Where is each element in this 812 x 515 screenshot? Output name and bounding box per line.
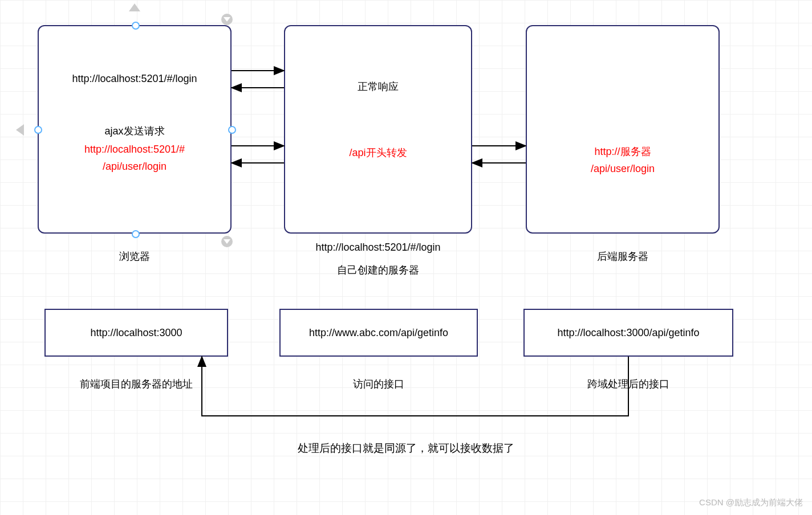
- box-backend[interactable]: http://服务器 /api/user/login: [526, 25, 720, 234]
- box-proxy[interactable]: 正常响应 /api开头转发: [284, 25, 472, 234]
- frontend-server-text: http://localhost:3000: [90, 325, 182, 341]
- label-api-access: 访问的接口: [279, 377, 478, 391]
- backend-url-1: http://服务器: [527, 144, 718, 160]
- resize-handle-bottom[interactable]: [132, 230, 140, 238]
- dir-arrow-left-icon[interactable]: [16, 124, 24, 136]
- label-browser: 浏览器: [38, 250, 232, 263]
- resize-handle-top[interactable]: [132, 22, 140, 30]
- box-api-access[interactable]: http://www.abc.com/api/getinfo: [279, 309, 478, 357]
- browser-url: http://localhost:5201/#/login: [39, 71, 230, 87]
- box-frontend-server[interactable]: http://localhost:3000: [44, 309, 228, 357]
- watermark: CSDN @励志成为前端大佬: [699, 497, 803, 508]
- browser-ajax-url-2: /api/user/login: [39, 158, 230, 175]
- label-cross-origin: 跨域处理后的接口: [523, 377, 733, 391]
- cross-origin-text: http://localhost:3000/api/getinfo: [557, 325, 699, 341]
- backend-url-2: /api/user/login: [527, 161, 718, 177]
- browser-ajax-label: ajax发送请求: [39, 123, 230, 140]
- diagram-stage[interactable]: http://localhost:5201/#/login ajax发送请求 h…: [0, 0, 812, 515]
- box-cross-origin[interactable]: http://localhost:3000/api/getinfo: [523, 309, 733, 357]
- resize-handle-left[interactable]: [34, 126, 42, 134]
- resize-handle-right[interactable]: [228, 126, 236, 134]
- label-frontend-server: 前端项目的服务器的地址: [44, 377, 228, 391]
- box-browser[interactable]: http://localhost:5201/#/login ajax发送请求 h…: [38, 25, 232, 234]
- dir-arrow-bottomright-icon[interactable]: [221, 236, 233, 247]
- proxy-normal-response: 正常响应: [285, 79, 471, 95]
- conclusion-text: 处理后的接口就是同源了，就可以接收数据了: [0, 441, 812, 456]
- api-access-text: http://www.abc.com/api/getinfo: [309, 325, 448, 341]
- proxy-api-forward: /api开头转发: [285, 145, 471, 161]
- dir-arrow-topright-icon[interactable]: [221, 14, 233, 25]
- label-proxy-desc: 自己创建的服务器: [284, 263, 472, 277]
- label-proxy-url: http://localhost:5201/#/login: [284, 242, 472, 254]
- dir-arrow-up-icon[interactable]: [129, 3, 140, 11]
- label-backend: 后端服务器: [526, 250, 720, 263]
- browser-ajax-url-1: http://localhost:5201/#: [39, 141, 230, 158]
